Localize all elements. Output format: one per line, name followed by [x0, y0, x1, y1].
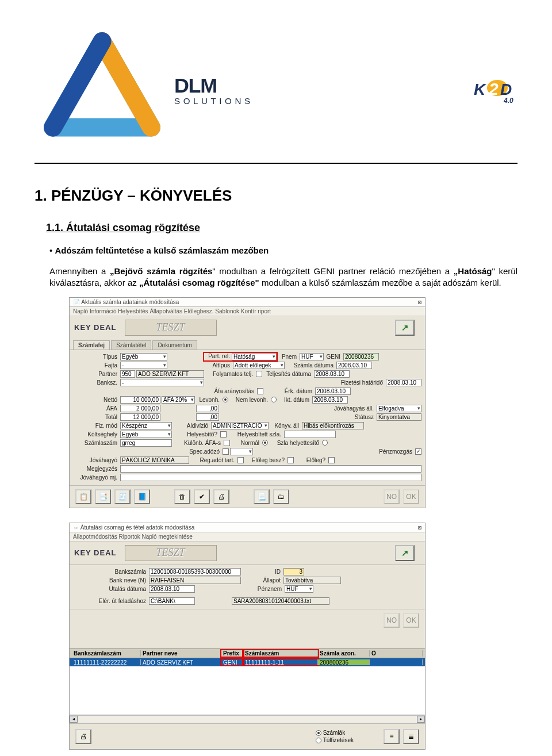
- field-jovahagyo: PÁKOLICZ MÓNIKA: [120, 456, 189, 464]
- toolbtn-7[interactable]: 🖨: [213, 489, 229, 504]
- field-partrel[interactable]: Hatóság: [232, 353, 277, 360]
- field-bank-neve: RAIFFAISEN: [149, 577, 241, 584]
- field-afa-kulcs[interactable]: ÁFA 20%: [162, 396, 195, 404]
- field-banksz[interactable]: -: [120, 379, 204, 386]
- grid-empty-area: [70, 666, 425, 715]
- toolbtn-4[interactable]: 📘: [134, 489, 150, 504]
- screenshot-atutalasi-csomag: ↔ Átutalási csomag és tétel adatok módos…: [69, 523, 425, 750]
- field-utalas-datuma[interactable]: 2008.03.10: [149, 585, 195, 593]
- svg-text:D: D: [500, 80, 512, 98]
- dlm-solutions-wordmark: DLM SOLUTIONS: [174, 74, 309, 107]
- field-geni: 200800236: [343, 353, 379, 360]
- col-bankszamla[interactable]: Bankszámlaszám: [72, 650, 141, 657]
- field-total[interactable]: 12 000,00: [120, 413, 160, 421]
- field-altipus[interactable]: Adott előlegek: [233, 362, 285, 369]
- app-logo-text: KEY DEAL: [74, 323, 117, 332]
- field-fajta[interactable]: -: [120, 362, 167, 369]
- radio-szla-helyettesito[interactable]: [322, 440, 328, 446]
- field-fizetesi-hatar[interactable]: 2008.03.10: [386, 379, 421, 386]
- chk-folyamatos[interactable]: [256, 371, 262, 377]
- field-erk-datum[interactable]: 2008.03.10: [315, 387, 351, 395]
- horizontal-scrollbar[interactable]: ◂▸: [70, 715, 425, 723]
- menubar-2[interactable]: Állapotmódosítás Riportok Napló megtekin…: [70, 532, 425, 542]
- toolbtn-print[interactable]: 🖨: [75, 729, 91, 744]
- toolbtn-8[interactable]: 📃: [254, 489, 270, 504]
- action-button[interactable]: ↗: [395, 320, 415, 336]
- triangle-loop-icon: [34, 23, 170, 158]
- menubar[interactable]: Napló Információ Helyesbítés Állapotvált…: [70, 307, 425, 316]
- col-prefix[interactable]: Prefix: [221, 650, 243, 657]
- toolbtn-9[interactable]: 🗂: [273, 489, 289, 504]
- toolbtn-ok: OK: [403, 489, 419, 504]
- field-teljesites[interactable]: 2008.03.10: [314, 370, 350, 378]
- field-netto[interactable]: 10 000,00: [120, 396, 160, 404]
- close-icon[interactable]: ⊠: [418, 299, 421, 305]
- chk-reg-adot[interactable]: [237, 457, 244, 463]
- tab-dokumentum[interactable]: Dokumentum: [152, 340, 197, 350]
- field-eler-ut[interactable]: C:\BANK\: [149, 597, 195, 605]
- field-aldivizio[interactable]: ADMINISZTRÁCIÓ: [211, 422, 269, 429]
- field-konyv-all: Hibás előkontírozás: [302, 422, 364, 429]
- field-jovahagyo-mj[interactable]: [120, 474, 421, 481]
- col-partner[interactable]: Partner neve: [141, 650, 221, 657]
- toolbtn-ok: OK: [403, 613, 419, 628]
- field-bankszamla[interactable]: 12001008-00185393-00300000: [149, 568, 241, 575]
- field-fizmod[interactable]: Készpénz: [120, 422, 172, 429]
- field-partner-name: ADÓ SZERVIZ KFT: [136, 370, 204, 378]
- field-specadozo-sel[interactable]: [230, 448, 253, 455]
- chk-helyesbito[interactable]: [220, 431, 227, 438]
- field-jovahagyas[interactable]: Elfogadva: [377, 405, 421, 412]
- grid-row[interactable]: 11111111-22222222 ADÓ SZERVIZ KFT GENI 1…: [70, 658, 425, 666]
- col-szamlaszam[interactable]: Számlaszám: [243, 650, 318, 657]
- field-penznem[interactable]: HUF: [285, 585, 313, 593]
- chk-spec-adozo[interactable]: [223, 448, 229, 455]
- field-partner-id[interactable]: 950: [120, 370, 135, 378]
- field-szamlaszam[interactable]: grreg: [120, 439, 172, 447]
- toolbtn-5[interactable]: 🗑: [174, 489, 190, 504]
- field-eler-file: SARA20080310120400003.txt: [232, 597, 329, 605]
- chk-afa-aranyositas[interactable]: [257, 388, 263, 394]
- svg-text:DLM: DLM: [174, 74, 217, 98]
- toolbtn-2[interactable]: 📑: [95, 489, 111, 504]
- toolbtn-3[interactable]: 🧾: [114, 489, 131, 504]
- radio-szamlak[interactable]: [316, 730, 321, 736]
- heading-2: 1.1. Átutalási csomag rögzítése: [34, 222, 518, 234]
- field-koltseghely[interactable]: Egyéb: [120, 431, 172, 438]
- chk-eloleg[interactable]: [328, 457, 335, 463]
- toolbtn-1[interactable]: 📋: [75, 489, 91, 504]
- close-icon[interactable]: ⊠: [418, 524, 421, 531]
- field-tipus[interactable]: Egyéb: [120, 353, 167, 360]
- field-helyesbitett[interactable]: [284, 431, 336, 438]
- toolbtn-6[interactable]: ✔: [194, 489, 210, 504]
- field-ikt-datum[interactable]: 2008.03.10: [312, 396, 348, 404]
- label-tipus: Típus: [73, 354, 119, 360]
- toolbtn-list1[interactable]: ≡: [384, 729, 400, 744]
- field-afa[interactable]: 2 000,00: [120, 405, 160, 412]
- toolbtn-no: NO: [384, 613, 400, 628]
- tab-szamlatetel[interactable]: Számlatétel: [111, 340, 151, 350]
- svg-text:K: K: [474, 80, 486, 98]
- field-pnem[interactable]: HUF: [300, 353, 324, 360]
- action-button[interactable]: ↗: [395, 545, 415, 561]
- toolbtn-no: NO: [384, 489, 400, 504]
- chk-penzmozgas[interactable]: [415, 448, 421, 455]
- header-divider: [34, 163, 518, 164]
- field-statusz: Kinyomtatva: [377, 413, 421, 421]
- svg-text:2: 2: [488, 79, 499, 98]
- chk-kulonb-afa[interactable]: [224, 440, 230, 446]
- col-szamla-azon[interactable]: Számla azon.: [318, 650, 370, 657]
- svg-text:4.0: 4.0: [503, 97, 513, 105]
- tab-szamlafej[interactable]: Számlafej: [73, 340, 110, 350]
- radio-tulfizetesek[interactable]: [316, 738, 321, 743]
- chk-eloleg-besz[interactable]: [288, 457, 294, 463]
- logo-k2d: K 2 D 4.0: [471, 76, 518, 105]
- radio-nem-levonh[interactable]: [271, 397, 277, 402]
- field-szamla-datuma[interactable]: 2008.03.10: [336, 362, 372, 369]
- radio-levonh[interactable]: [223, 397, 228, 402]
- page-header: DLM SOLUTIONS K 2 D 4.0: [34, 23, 518, 158]
- svg-text:SOLUTIONS: SOLUTIONS: [174, 96, 254, 106]
- field-megjegyzes[interactable]: [120, 465, 421, 473]
- radio-normal[interactable]: [262, 440, 268, 446]
- toolbtn-list2[interactable]: ≣: [403, 729, 419, 744]
- field-allapot: Továbbítva: [283, 577, 341, 584]
